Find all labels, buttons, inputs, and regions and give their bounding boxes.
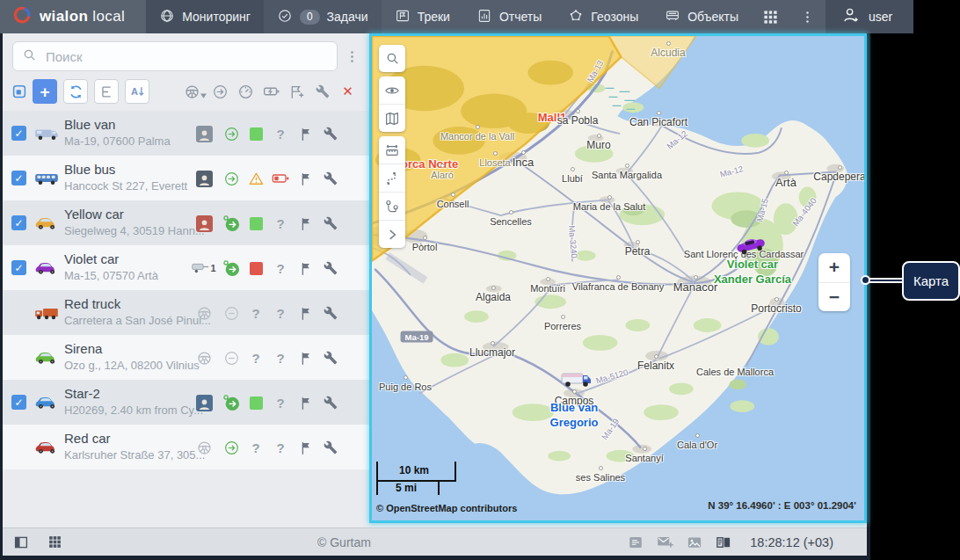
unit-row-violet-car[interactable]: ✓ Violet car Ma-15, 07570 Artà 1? — [3, 245, 369, 290]
motion-state-icon — [222, 124, 241, 143]
unit-settings-button[interactable] — [321, 303, 340, 323]
trailer-indicator: 1 — [194, 258, 214, 278]
map-place-label: Artà — [775, 176, 796, 189]
user-menu[interactable]: user — [825, 0, 913, 33]
unknown-state-icon: ? — [271, 393, 290, 412]
routing-icon[interactable] — [379, 164, 405, 192]
unit-row-star-2[interactable]: ✓ Star-2 H20269, 2.40 km from Cy... ? — [3, 380, 369, 425]
flag-button[interactable] — [296, 258, 316, 278]
user-label: user — [869, 10, 892, 24]
sensor-state-icon[interactable] — [233, 84, 258, 100]
unit-settings-button[interactable] — [321, 258, 340, 278]
image-icon[interactable] — [687, 535, 702, 550]
callout-connector-line — [869, 278, 903, 283]
tab-tasks[interactable]: 0 Задачи — [264, 0, 382, 33]
unit-settings-button[interactable] — [321, 393, 340, 412]
map-search-icon[interactable] — [379, 45, 405, 72]
unit-checkbox[interactable]: ✓ — [11, 395, 26, 410]
tab-reports[interactable]: Отчеты — [463, 0, 555, 33]
search-options-icon[interactable] — [338, 49, 366, 64]
driver-filter-icon[interactable] — [182, 84, 207, 100]
unit-row-sirena[interactable]: Sirena Ozo g., 12A, 08200 Vilnius ?? — [3, 335, 369, 380]
flag-button[interactable] — [296, 438, 316, 457]
unit-settings-button[interactable] — [321, 348, 340, 367]
sort-button[interactable]: A — [125, 79, 149, 104]
layout-grid-icon[interactable] — [47, 535, 62, 549]
properties-icon[interactable] — [309, 84, 335, 98]
map-place-label: Alcudia — [651, 47, 685, 59]
unit-settings-button[interactable] — [321, 438, 340, 457]
unit-row-yellow-car[interactable]: ✓ Yellow car Siegelweg 4, 30519 Hann... … — [3, 200, 369, 245]
tab-tracks[interactable]: Треки — [382, 0, 463, 33]
town-dot — [607, 195, 612, 200]
tab-geofences[interactable]: Геозоны — [555, 0, 651, 33]
flag-button[interactable] — [296, 303, 316, 323]
tab-label: Треки — [418, 10, 450, 24]
toggle-panel-icon[interactable] — [13, 535, 29, 550]
unit-settings-button[interactable] — [321, 214, 340, 233]
visibility-icon[interactable] — [379, 76, 405, 104]
map-viewport[interactable]: AlcudiaMall1llorca NorteMancor de la Val… — [369, 33, 867, 523]
unit-settings-button[interactable] — [321, 124, 340, 143]
unit-vehicle-icon — [33, 395, 60, 413]
map-source-icon[interactable] — [379, 104, 405, 132]
callout-label: Карта — [913, 273, 949, 288]
driver-photo — [194, 393, 214, 412]
map-unit-marker-blue-van[interactable] — [558, 369, 593, 392]
app-logo[interactable]: wialonlocal — [0, 0, 146, 33]
map-place-label: Montuïri — [530, 283, 565, 294]
tab-units[interactable]: Объекты — [651, 0, 752, 33]
expand-tools-icon[interactable] — [379, 220, 405, 248]
mail-icon[interactable] — [657, 534, 673, 550]
unit-row-red-truck[interactable]: Red truck Carretera a San José Pinul... … — [3, 290, 369, 335]
tasks-count-badge: 0 — [300, 10, 320, 25]
unit-row-blue-van[interactable]: ✓ Blue van Ma-19, 07600 Palma ? — [3, 111, 369, 156]
unit-address: Siegelweg 4, 30519 Hann... — [64, 224, 205, 237]
zoom-out-button[interactable]: − — [818, 282, 850, 312]
driver-avatar — [196, 215, 213, 232]
flag-button[interactable] — [296, 169, 316, 188]
tab-label: Геозоны — [591, 10, 638, 24]
split-view-icon[interactable] — [716, 535, 731, 550]
map-place-label: Mancor de la Vall — [440, 131, 514, 142]
apps-grid-icon[interactable] — [752, 0, 789, 33]
notes-icon[interactable] — [628, 535, 644, 550]
select-all-icon[interactable] — [10, 79, 29, 104]
flag-button[interactable] — [296, 214, 316, 233]
zoom-in-button[interactable]: + — [818, 253, 850, 282]
road-shield: Ma-19 — [401, 331, 433, 343]
town-dot — [599, 466, 603, 470]
unit-settings-button[interactable] — [321, 169, 340, 188]
flag-button[interactable] — [296, 348, 316, 367]
search-input[interactable] — [44, 48, 328, 65]
battery-state-icon[interactable] — [258, 83, 284, 100]
more-menu-icon[interactable] — [789, 0, 825, 33]
unit-row-red-car[interactable]: Red car Karlsruher Straße 37, 305... ?? — [3, 425, 369, 469]
unit-address: Carretera a San José Pinul... — [64, 314, 211, 327]
tab-monitoring[interactable]: Мониторинг — [146, 0, 264, 33]
unit-name: Star-2 — [64, 386, 100, 401]
town-dot — [625, 164, 629, 168]
map-unit-marker-violet-car[interactable] — [732, 236, 769, 258]
clear-list-icon[interactable]: ✕ — [335, 84, 360, 99]
tree-view-button[interactable] — [94, 79, 119, 104]
search-box[interactable] — [12, 41, 338, 71]
measure-distance-icon[interactable] — [379, 136, 405, 164]
unit-checkbox[interactable]: ✓ — [11, 126, 26, 141]
flag-button[interactable] — [296, 124, 316, 143]
unknown-state-icon: ? — [271, 303, 290, 323]
add-unit-button[interactable]: + — [33, 79, 57, 104]
town-dot — [597, 134, 601, 138]
flag-button[interactable] — [296, 393, 316, 412]
unit-checkbox[interactable]: ✓ — [11, 171, 26, 185]
motion-filter-icon[interactable] — [207, 84, 233, 100]
unit-checkbox[interactable]: ✓ — [11, 260, 26, 275]
unit-checkbox[interactable]: ✓ — [11, 215, 26, 230]
no-motion-icon — [222, 348, 241, 367]
town-dot — [491, 341, 495, 345]
unknown-state-icon: ? — [271, 438, 290, 457]
refresh-button[interactable] — [63, 79, 88, 104]
nearest-units-icon[interactable] — [379, 192, 405, 220]
add-flag-icon[interactable] — [284, 84, 309, 100]
unit-row-blue-bus[interactable]: ✓ Blue bus Hancock St 227, Everett — [3, 156, 369, 200]
